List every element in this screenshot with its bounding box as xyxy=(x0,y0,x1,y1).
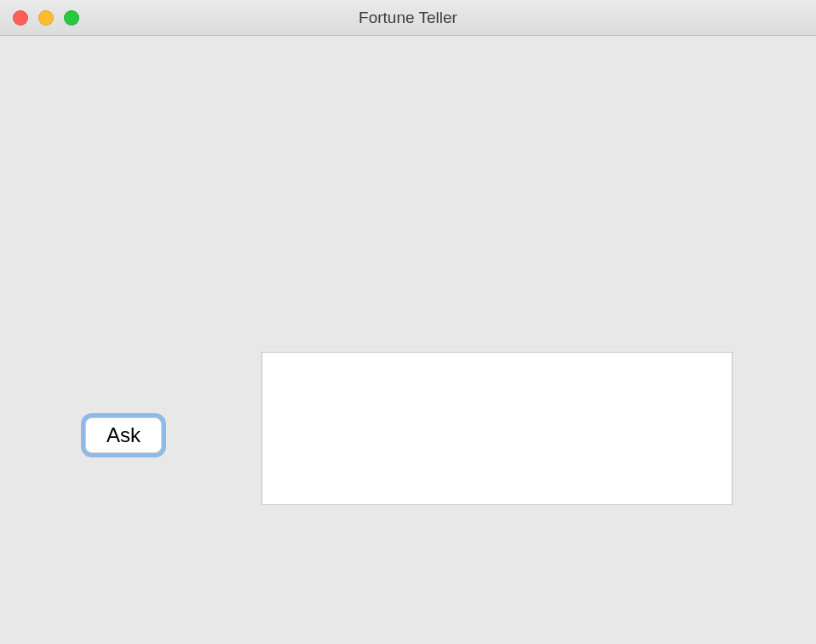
zoom-icon[interactable] xyxy=(64,10,79,26)
content-area: Ask xyxy=(0,36,816,644)
close-icon[interactable] xyxy=(13,10,28,26)
output-textarea[interactable] xyxy=(261,352,733,505)
window-title: Fortune Teller xyxy=(359,9,457,27)
app-window: Fortune Teller Ask xyxy=(0,0,816,644)
ask-button[interactable]: Ask xyxy=(85,417,162,453)
traffic-lights xyxy=(13,10,79,26)
titlebar: Fortune Teller xyxy=(0,0,816,36)
minimize-icon[interactable] xyxy=(38,10,54,26)
